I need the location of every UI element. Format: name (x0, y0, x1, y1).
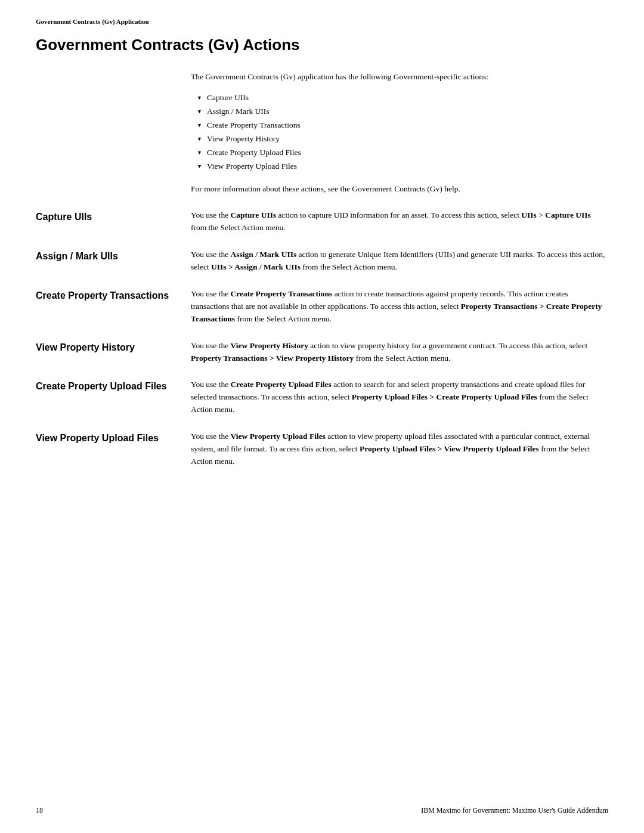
section-body-create-prop-upload: You use the Create Property Upload Files… (191, 379, 608, 416)
bullet-assign-mark: Assign / Mark UIIs (197, 105, 608, 119)
section-create-property-transactions: Create Property Transactions You use the… (36, 288, 608, 326)
intro-left-col (36, 71, 191, 195)
document-title: IBM Maximo for Government: Maximo User's… (421, 806, 608, 815)
body-create-property-upload-files: You use the Create Property Upload Files… (191, 379, 608, 416)
more-info-paragraph: For more information about these actions… (191, 183, 608, 195)
section-body-capture-uiis: You use the Capture UIIs action to captu… (191, 209, 608, 234)
heading-view-property-history: View Property History (36, 340, 191, 353)
section-create-property-upload-files: Create Property Upload Files You use the… (36, 379, 608, 416)
section-capture-uiis: Capture UIIs You use the Capture UIIs ac… (36, 209, 608, 234)
bullet-view-property-history: View Property History (197, 132, 608, 146)
section-body-assign-mark: You use the Assign / Mark UIIs action to… (191, 249, 608, 274)
section-heading-col-assign: Assign / Mark UIIs (36, 249, 191, 274)
intro-section: The Government Contracts (Gv) applicatio… (36, 71, 608, 195)
section-heading-col-vpuf: View Property Upload Files (36, 431, 191, 468)
section-heading-col-vph: View Property History (36, 340, 191, 365)
bullet-view-upload-files: View Property Upload Files (197, 160, 608, 174)
section-view-property-history: View Property History You use the View P… (36, 340, 608, 365)
bullet-create-upload-files: Create Property Upload Files (197, 146, 608, 160)
section-assign-mark-uiis: Assign / Mark UIIs You use the Assign / … (36, 249, 608, 274)
section-body-view-prop-upload: You use the View Property Upload Files a… (191, 431, 608, 468)
body-view-property-history: You use the View Property History action… (191, 340, 608, 365)
section-heading-col-cpuf: Create Property Upload Files (36, 379, 191, 416)
heading-create-property-upload-files: Create Property Upload Files (36, 379, 191, 392)
breadcrumb: Government Contracts (Gv) Application (36, 18, 608, 25)
section-heading-col-cpt: Create Property Transactions (36, 288, 191, 326)
body-assign-mark-uiis: You use the Assign / Mark UIIs action to… (191, 249, 608, 274)
body-create-property-transactions: You use the Create Property Transactions… (191, 288, 608, 326)
heading-create-property-transactions: Create Property Transactions (36, 288, 191, 301)
section-body-view-prop-hist: You use the View Property History action… (191, 340, 608, 365)
page-container: Government Contracts (Gv) Application Go… (0, 0, 644, 833)
footer: 18 IBM Maximo for Government: Maximo Use… (36, 806, 608, 815)
intro-bullet-list: Capture UIIs Assign / Mark UIIs Create P… (197, 91, 608, 174)
body-view-property-upload-files: You use the View Property Upload Files a… (191, 431, 608, 468)
section-heading-col: Capture UIIs (36, 209, 191, 234)
bullet-create-property-transactions: Create Property Transactions (197, 119, 608, 132)
section-view-property-upload-files: View Property Upload Files You use the V… (36, 431, 608, 468)
body-capture-uiis: You use the Capture UIIs action to captu… (191, 209, 608, 234)
intro-right-col: The Government Contracts (Gv) applicatio… (191, 71, 608, 195)
heading-assign-mark-uiis: Assign / Mark UIIs (36, 249, 191, 262)
page-title: Government Contracts (Gv) Actions (36, 36, 608, 54)
heading-capture-uiis: Capture UIIs (36, 209, 191, 222)
bullet-capture-uiis: Capture UIIs (197, 91, 608, 105)
section-body-create-prop-trans: You use the Create Property Transactions… (191, 288, 608, 326)
page-number: 18 (36, 806, 43, 815)
intro-paragraph: The Government Contracts (Gv) applicatio… (191, 71, 608, 83)
heading-view-property-upload-files: View Property Upload Files (36, 431, 191, 444)
